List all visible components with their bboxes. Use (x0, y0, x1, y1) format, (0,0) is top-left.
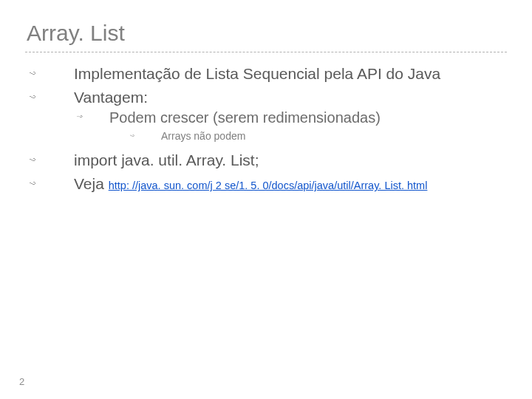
subsub-bullet-row: ࿓ Arrays não podem (109, 130, 507, 143)
subsub-bullet-icon: ࿓ (109, 130, 161, 143)
bullet-icon: ࿓ (30, 89, 35, 109)
bullet-row-2: ࿓ Vantagem: ࿓ Podem crescer (serem redim… (25, 88, 507, 148)
slide: Array. List ࿓ Implementação de Lista Seq… (0, 0, 532, 399)
bullet-body-2: Vantagem: ࿓ Podem crescer (serem redimen… (74, 88, 507, 148)
page-number: 2 (19, 376, 24, 387)
bullet-text-3: import java. util. Array. List; (74, 151, 507, 170)
bullet-col: ࿓ (25, 64, 74, 85)
sub-bullet-icon: ࿓ (74, 109, 109, 128)
sub-bullet-text: Podem crescer (serem redimensionadas) (109, 109, 507, 127)
title-underline (25, 52, 507, 52)
sub-bullet-row: ࿓ Podem crescer (serem redimensionadas) … (74, 109, 507, 148)
bullet-row-4: ࿓ Veja http: //java. sun. com/j 2 se/1. … (25, 174, 507, 195)
slide-title: Array. List (27, 21, 507, 46)
bullet-text-2: Vantagem: (74, 88, 507, 107)
bullet-text-1: Implementação de Lista Sequencial pela A… (74, 64, 507, 83)
bullet-icon: ࿓ (30, 66, 35, 85)
bullet-icon: ࿓ (30, 176, 35, 195)
bullet-body-4: Veja http: //java. sun. com/j 2 se/1. 5.… (74, 174, 507, 194)
bullet-icon: ࿓ (30, 152, 35, 171)
subsub-bullet-text: Arrays não podem (161, 130, 507, 143)
content-area: ࿓ Implementação de Lista Sequencial pela… (25, 64, 507, 195)
bullet-row-1: ࿓ Implementação de Lista Sequencial pela… (25, 64, 507, 85)
reference-link[interactable]: http: //java. sun. com/j 2 se/1. 5. 0/do… (109, 180, 428, 191)
bullet-col: ࿓ (25, 174, 74, 195)
veja-prefix: Veja (74, 175, 109, 192)
bullet-col: ࿓ (25, 88, 74, 109)
bullet-col: ࿓ (25, 151, 74, 171)
bullet-row-3: ࿓ import java. util. Array. List; (25, 151, 507, 171)
sub-bullet-body: Podem crescer (serem redimensionadas) ࿓ … (109, 109, 507, 148)
